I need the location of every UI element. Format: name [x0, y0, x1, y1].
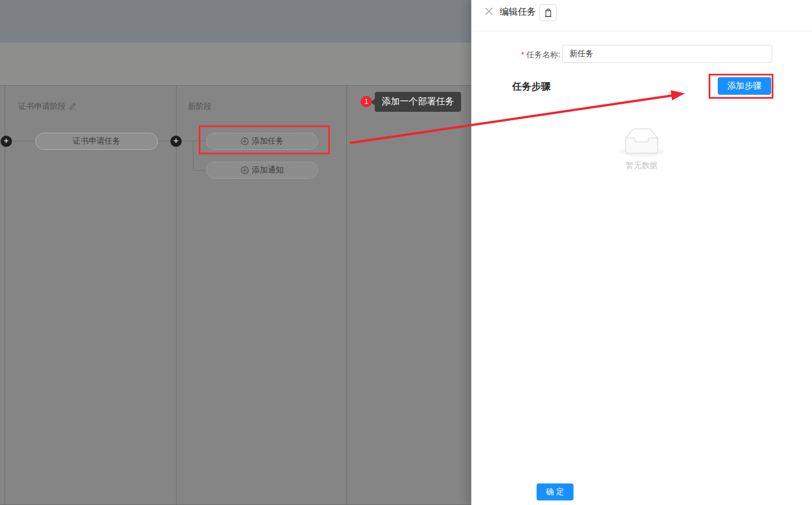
stage-1-header: 证书申请阶段 — [18, 102, 77, 112]
stage-column-border — [176, 85, 177, 505]
delete-task-button[interactable] — [539, 4, 556, 21]
task-name-label-text: 任务名称: — [526, 50, 560, 59]
tooltip-text: 添加一个部署任务 — [382, 96, 454, 108]
connector-line — [182, 141, 194, 141]
step-number-badge: 1 — [361, 96, 372, 107]
connector-line — [158, 141, 170, 141]
task-name-label: *任务名称: — [471, 50, 560, 60]
add-stage-button[interactable]: + — [170, 136, 182, 147]
task-node-label: 证书申请任务 — [73, 136, 120, 146]
empty-box-icon — [619, 128, 664, 159]
connector-line — [12, 141, 35, 141]
task-name-input[interactable] — [562, 45, 772, 63]
drawer-title: 编辑任务 — [500, 6, 536, 18]
stage-2-header: 新阶段 — [188, 102, 212, 112]
task-node-cert-apply[interactable]: 证书申请任务 — [35, 133, 158, 150]
top-navbar — [0, 0, 471, 43]
circle-plus-icon — [241, 166, 249, 174]
empty-text: 暂无数据 — [471, 161, 812, 171]
connector-line — [193, 141, 194, 170]
add-notice-button[interactable]: 添加通知 — [206, 162, 318, 179]
required-mark: * — [521, 50, 524, 59]
task-steps-title: 任务步骤 — [512, 80, 551, 93]
trash-icon — [543, 8, 553, 18]
close-icon[interactable] — [484, 7, 495, 17]
stage-column-border — [346, 85, 347, 505]
annotation-tooltip: 添加一个部署任务 — [375, 92, 461, 112]
stage-column-border — [5, 85, 5, 505]
edit-pencil-icon[interactable] — [69, 102, 77, 111]
confirm-button[interactable]: 确 定 — [537, 483, 574, 500]
drawer-header: 编辑任务 — [471, 0, 812, 31]
stage-1-title: 证书申请阶段 — [18, 102, 66, 112]
stage-2-title: 新阶段 — [188, 102, 212, 112]
add-stage-button[interactable]: + — [1, 136, 12, 147]
secondary-toolbar — [0, 43, 471, 85]
add-notice-label: 添加通知 — [252, 165, 284, 175]
highlight-rect-add-step — [709, 74, 773, 99]
connector-line — [194, 170, 206, 171]
dimmed-pipeline-area: 证书申请阶段 新阶段 + + 证书申请任务 添加任务 添加通知 1 添加一个部署… — [0, 0, 471, 505]
highlight-rect-add-task — [199, 125, 330, 154]
